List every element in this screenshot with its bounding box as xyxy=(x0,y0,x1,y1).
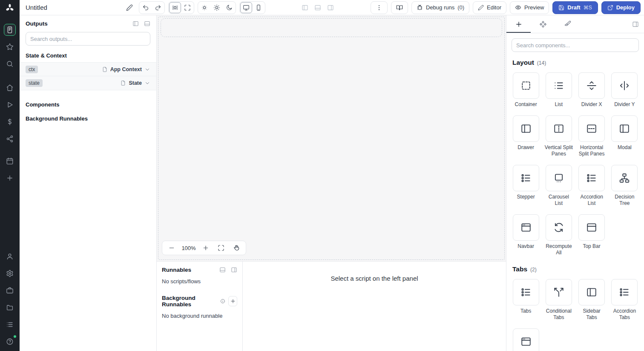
vertical-split-icon xyxy=(553,123,564,134)
decision-tree-icon xyxy=(619,173,630,184)
container-icon xyxy=(520,80,532,91)
chevron-down-icon[interactable] xyxy=(144,80,150,86)
component-card-tabs[interactable]: Tabs xyxy=(512,279,540,321)
component-card-horizontal-split[interactable]: Horizontal Split Panes xyxy=(578,115,606,157)
draft-label: Draft xyxy=(567,4,580,11)
deploy-button[interactable]: Deploy xyxy=(601,1,641,14)
toggle-right-panel-icon[interactable] xyxy=(327,4,334,11)
pan-hand-button[interactable] xyxy=(229,242,244,254)
undo-redo-group xyxy=(139,1,165,14)
component-card-stepper[interactable]: Stepper xyxy=(512,165,540,207)
component-card-sidebar-tabs[interactable]: Sidebar Tabs xyxy=(578,279,606,321)
center-area: 100% Runnables No scripts/flows Backgrou… xyxy=(157,15,506,351)
zoom-in-button[interactable] xyxy=(198,242,213,254)
toggle-bottom-panel-icon[interactable] xyxy=(314,4,321,11)
state-context-header: State & Context xyxy=(20,46,156,62)
folders-icon[interactable] xyxy=(4,302,16,314)
docs-button[interactable] xyxy=(391,1,408,14)
tab-styling[interactable] xyxy=(555,15,579,33)
component-card-vertical-split[interactable]: Vertical Split Panes xyxy=(544,115,573,157)
tabs-icon xyxy=(520,287,532,298)
redo-button[interactable] xyxy=(152,2,164,13)
canvas-dropzone[interactable] xyxy=(161,18,502,37)
favorites-icon[interactable] xyxy=(4,41,16,53)
component-card-container[interactable]: Container xyxy=(512,72,540,108)
state-label: State xyxy=(129,80,142,86)
outputs-title: Outputs xyxy=(26,20,48,27)
component-card-modal[interactable]: Modal xyxy=(610,115,639,157)
add-icon[interactable] xyxy=(4,172,16,184)
search-icon[interactable] xyxy=(4,58,16,70)
schedules-icon[interactable] xyxy=(4,155,16,167)
collapse-panel-icon[interactable] xyxy=(132,20,139,27)
theme-light-button[interactable] xyxy=(211,2,223,13)
desktop-view-button[interactable] xyxy=(240,2,252,13)
component-card-accordion-list[interactable]: Accordion List xyxy=(578,165,606,207)
grid-compact-button[interactable] xyxy=(169,2,181,13)
logs-icon[interactable] xyxy=(4,319,16,331)
apps-nav-icon[interactable] xyxy=(4,24,16,36)
expand-panel-icon[interactable] xyxy=(231,267,237,273)
chevron-down-icon[interactable] xyxy=(144,66,150,72)
component-card-drawer[interactable]: Drawer xyxy=(512,115,540,157)
ctx-row[interactable]: ctx App Context xyxy=(20,62,156,76)
component-card-carousel-list[interactable]: Carousel List xyxy=(544,165,573,207)
component-card-conditional-tabs[interactable]: Conditional Tabs xyxy=(544,279,573,321)
variables-icon[interactable] xyxy=(4,116,16,128)
preview-button[interactable]: Preview xyxy=(510,1,549,14)
accordion-list-icon xyxy=(586,173,597,184)
doc-icon xyxy=(102,66,108,72)
tab-insert-component[interactable] xyxy=(506,15,531,33)
editor-label: Editor xyxy=(487,4,501,11)
help-icon[interactable] xyxy=(4,336,16,348)
fullwidth-button[interactable] xyxy=(181,2,193,13)
undo-button[interactable] xyxy=(140,2,152,13)
top-bar-icon xyxy=(586,222,597,233)
component-card-list[interactable]: List xyxy=(544,72,573,108)
user-icon[interactable] xyxy=(4,250,16,262)
component-card-recompute-all[interactable]: Recompute All xyxy=(544,214,573,256)
layout-section-title: Layout xyxy=(512,59,534,66)
info-icon[interactable] xyxy=(220,298,225,304)
bottom-panel: Runnables No scripts/flows Background Ru… xyxy=(157,262,506,351)
mobile-view-button[interactable] xyxy=(253,2,264,13)
zoom-out-button[interactable] xyxy=(164,242,179,254)
theme-auto-button[interactable] xyxy=(198,2,210,13)
collapse-right-panel-icon[interactable] xyxy=(632,15,644,33)
expand-rows-icon[interactable] xyxy=(144,20,150,27)
component-card-accordion-tabs[interactable]: Accordion Tabs xyxy=(610,279,639,321)
theme-dark-button[interactable] xyxy=(223,2,235,13)
settings-gear-icon[interactable] xyxy=(4,268,16,279)
search-components-input[interactable] xyxy=(512,38,639,52)
runs-icon[interactable] xyxy=(4,99,16,111)
dock-panel-icon[interactable] xyxy=(219,267,226,273)
component-card-partial[interactable] xyxy=(512,328,540,351)
app-canvas[interactable]: 100% xyxy=(157,15,506,262)
component-card-divider-x[interactable]: Divider X xyxy=(578,72,606,108)
outputs-panel: Outputs State & Context ctx App Context … xyxy=(20,15,157,351)
deploy-label: Deploy xyxy=(616,4,635,11)
toggle-left-panel-icon[interactable] xyxy=(302,4,308,11)
zoom-toolbar: 100% xyxy=(162,241,246,255)
edit-title-button[interactable] xyxy=(124,2,135,13)
more-menu-button[interactable] xyxy=(371,1,388,14)
component-card-top-bar[interactable]: Top Bar xyxy=(578,214,606,256)
editor-button[interactable]: Editor xyxy=(473,1,506,14)
search-outputs-input[interactable] xyxy=(26,32,150,46)
tab-component-settings[interactable] xyxy=(531,15,555,33)
windmill-logo[interactable] xyxy=(5,3,14,13)
workers-icon[interactable] xyxy=(4,285,16,296)
component-card-decision-tree[interactable]: Decision Tree xyxy=(610,165,639,207)
canvas-dashed-border xyxy=(158,17,505,260)
home-icon[interactable] xyxy=(4,82,16,94)
state-row[interactable]: state State xyxy=(20,76,156,90)
app-title[interactable]: Untitled xyxy=(26,4,120,11)
pencil-icon xyxy=(478,5,484,11)
add-background-runnable-button[interactable] xyxy=(228,296,237,306)
fit-view-button[interactable] xyxy=(213,242,229,254)
component-card-navbar[interactable]: Navbar xyxy=(512,214,540,256)
component-card-divider-y[interactable]: Divider Y xyxy=(610,72,639,108)
draft-button[interactable]: Draft ⌘S xyxy=(552,1,598,14)
resources-icon[interactable] xyxy=(4,133,16,145)
debug-runs-button[interactable]: Debug runs (0) xyxy=(411,1,469,14)
